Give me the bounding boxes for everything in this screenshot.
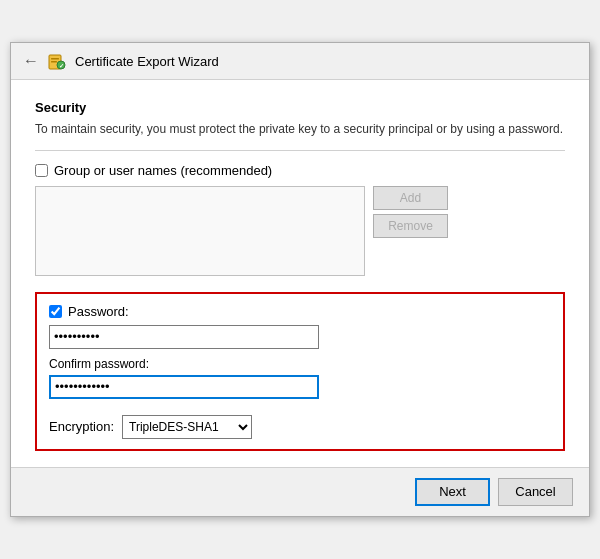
section-title: Security [35,100,565,115]
group-listbox [35,186,365,276]
add-button[interactable]: Add [373,186,448,210]
encryption-label: Encryption: [49,419,114,434]
add-remove-buttons: Add Remove [373,186,448,238]
wizard-window: ← ✓ Certificate Export Wizard Security T… [10,42,590,517]
group-checkbox-row: Group or user names (recommended) [35,163,565,178]
group-row: Add Remove [35,186,565,280]
svg-rect-1 [51,58,59,60]
encryption-row: Encryption: TripleDES-SHA1 AES256-SHA256 [49,415,551,439]
certificate-icon: ✓ [47,51,67,71]
next-button[interactable]: Next [415,478,490,506]
confirm-password-input[interactable] [49,375,319,399]
remove-button[interactable]: Remove [373,214,448,238]
password-input[interactable] [49,325,319,349]
svg-text:✓: ✓ [59,63,64,69]
encryption-select[interactable]: TripleDES-SHA1 AES256-SHA256 [122,415,252,439]
window-title: Certificate Export Wizard [75,54,219,69]
password-checkbox[interactable] [49,305,62,318]
back-button[interactable]: ← [23,52,39,70]
title-bar: ← ✓ Certificate Export Wizard [11,43,589,80]
password-label: Password: [68,304,129,319]
group-checkbox[interactable] [35,164,48,177]
svg-rect-2 [51,61,57,63]
confirm-password-label: Confirm password: [49,357,551,371]
group-checkbox-label: Group or user names (recommended) [54,163,272,178]
divider [35,150,565,151]
cancel-button[interactable]: Cancel [498,478,573,506]
password-section: Password: Confirm password: Encryption: … [35,292,565,451]
main-content: Security To maintain security, you must … [11,80,589,467]
footer: Next Cancel [11,467,589,516]
password-label-row: Password: [49,304,551,319]
section-description: To maintain security, you must protect t… [35,121,565,138]
